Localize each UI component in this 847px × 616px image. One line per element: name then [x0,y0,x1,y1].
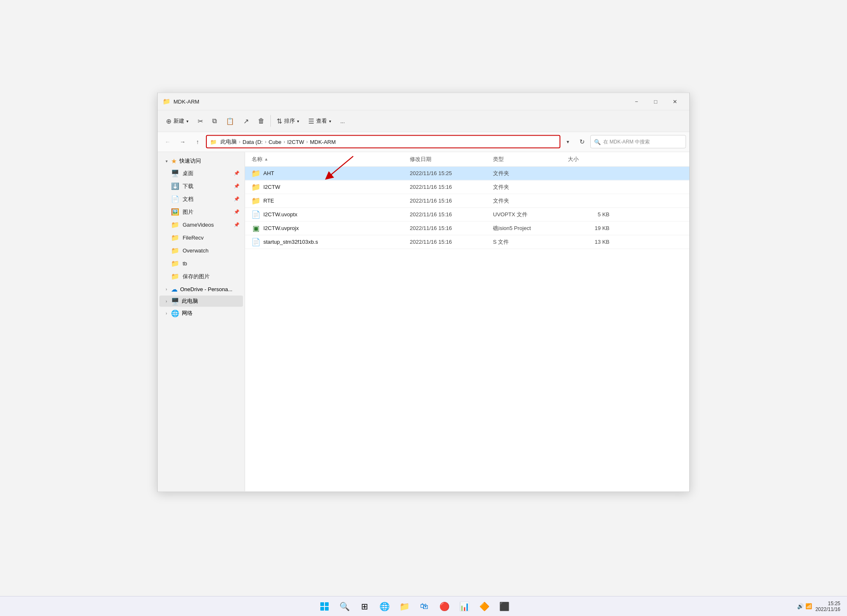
taskbar-sys-icons[interactable]: 🔊 📶 [797,603,812,609]
search-box[interactable]: 🔍 在 MDK-ARM 中搜索 [590,135,686,148]
windows-logo [320,602,329,611]
maximize-button[interactable]: □ [646,95,665,108]
folder-icon-i2ctw: 📁 [252,183,260,191]
file-row-rte[interactable]: 📁 RTE 2022/11/16 15:16 文件夹 [245,194,689,208]
new-button[interactable]: ⊕ 新建 ▾ [162,114,193,129]
sidebar-item-overwatch[interactable]: 📁 Overwatch [159,244,243,257]
desktop-icon: 🖥️ [171,169,179,177]
sidebar-item-pictures[interactable]: 🖼️ 图片 📌 [159,205,243,218]
folder-icon-savedpics: 📁 [171,272,179,280]
file-row-uvoptx[interactable]: 📄 I2CTW.uvoptx 2022/11/16 15:16 UVOPTX 文… [245,208,689,221]
filetype-i2ctw: 文件夹 [493,183,568,190]
taskbar-taskview-button[interactable]: ⊞ [355,598,374,615]
taskbar-search-button[interactable]: 🔍 [335,598,354,615]
sidebar-label-overwatch: Overwatch [183,247,240,254]
sidebar-quickaccess-header[interactable]: ▾ ★ 快速访问 [159,155,243,166]
refresh-button[interactable]: ↻ [575,135,589,148]
sidebar-onedrive-header[interactable]: › ☁ OneDrive - Persona... [159,283,243,294]
folder-icon-rte: 📁 [252,196,260,205]
sort-button[interactable]: ⇅ 排序 ▾ [272,114,303,129]
header-date[interactable]: 修改日期 [410,155,493,163]
header-name[interactable]: 名称 ▲ [252,155,410,163]
file-name-rte: 📁 RTE [252,196,410,205]
sidebar-thispc-label: 此电脑 [182,297,198,305]
taskbar-time: 15:25 2022/11/16 [815,601,840,612]
breadcrumb[interactable]: 📁 此电脑 › Data (D: › Cube › I2CTW › MDK-AR… [206,135,560,148]
filesize-uvprojx: 19 KB [568,225,609,231]
sidebar-thispc-header[interactable]: › 🖥️ 此电脑 [159,295,243,307]
breadcrumb-dropdown-button[interactable]: ▾ [562,135,574,148]
file-list: 名称 ▲ 修改日期 类型 大小 📁 AHT [245,152,689,491]
taskbar-app1-button[interactable]: 🔶 [475,598,493,615]
taskbar-chrome-button[interactable]: 🔴 [435,598,453,615]
view-button[interactable]: ☰ 查看 ▾ [304,114,335,129]
sidebar: ▾ ★ 快速访问 🖥️ 桌面 📌 ⬇️ 下载 📌 � [158,152,245,491]
share-icon: ↗ [243,117,249,125]
delete-button[interactable]: 🗑 [254,114,269,129]
file-row-uvprojx[interactable]: ▣ I2CTW.uvprojx 2022/11/16 15:16 礁ision5… [245,221,689,235]
toolbar-separator [270,115,271,127]
back-button[interactable]: ← [161,135,174,148]
paste-button[interactable]: 📋 [222,114,238,129]
share-button[interactable]: ↗ [239,114,253,129]
file-row-aht[interactable]: 📁 AHT 2022/11/16 15:25 文件夹 [245,166,689,180]
filetype-rte: 文件夹 [493,197,568,204]
breadcrumb-thispc[interactable]: 此电脑 [219,138,238,146]
forward-button[interactable]: → [176,135,189,148]
filesize-uvoptx: 5 KB [568,211,609,218]
file-list-header: 名称 ▲ 修改日期 类型 大小 [245,152,689,166]
sort-icon: ⇅ [277,117,282,125]
header-type[interactable]: 类型 [493,155,568,163]
filedate-uvoptx: 2022/11/16 15:16 [410,211,493,218]
breadcrumb-i2ctw[interactable]: I2CTW [286,139,305,145]
start-button[interactable] [315,598,334,615]
breadcrumb-cube[interactable]: Cube [267,139,282,145]
file-row-i2ctw[interactable]: 📁 I2CTW 2022/11/16 15:16 文件夹 [245,180,689,194]
copy-button[interactable]: ⧉ [208,114,221,129]
star-icon: ★ [171,157,177,165]
sidebar-label-tb: tb [183,260,240,267]
window-controls: − □ ✕ [627,95,684,108]
folder-icon-tb: 📁 [171,259,179,267]
sidebar-network-header[interactable]: › 🌐 网络 [159,307,243,319]
sidebar-item-documents[interactable]: 📄 文档 📌 [159,193,243,205]
cut-button[interactable]: ✂ [193,114,207,129]
header-size[interactable]: 大小 [568,155,609,163]
taskbar-center: 🔍 ⊞ 🌐 📁 🛍 🔴 📊 🔶 ⬛ [32,598,797,615]
sidebar-label-documents: 文档 [183,195,234,203]
file-name-aht: 📁 AHT [252,169,410,177]
up-button[interactable]: ↑ [191,135,204,148]
taskbar-store-button[interactable]: 🛍 [415,598,433,615]
file-name-i2ctw: 📁 I2CTW [252,183,410,191]
filetype-uvprojx: 礁ision5 Project [493,224,568,232]
pin-icon-documents: 📌 [234,196,240,202]
file-row-startup[interactable]: 📄 startup_stm32f103xb.s 2022/11/16 15:16… [245,235,689,249]
more-button[interactable]: ... [336,114,349,129]
sidebar-item-tb[interactable]: 📁 tb [159,257,243,270]
taskbar-excel-button[interactable]: 📊 [455,598,473,615]
taskbar-app2-button[interactable]: ⬛ [495,598,513,615]
sidebar-item-filerecv[interactable]: 📁 FileRecv [159,231,243,244]
filename-startup: startup_stm32f103xb.s [263,239,318,245]
breadcrumb-mdkarm[interactable]: MDK-ARM [309,139,337,145]
sidebar-item-desktop[interactable]: 🖥️ 桌面 📌 [159,167,243,179]
paste-icon: 📋 [226,117,234,125]
close-button[interactable]: ✕ [665,95,684,108]
window-icon: 📁 [163,98,170,105]
breadcrumb-data[interactable]: Data (D: [241,139,264,145]
sidebar-item-gamevideos[interactable]: 📁 GameVideos 📌 [159,218,243,231]
pictures-icon: 🖼️ [171,208,179,216]
copy-icon: ⧉ [212,117,217,125]
minimize-button[interactable]: − [627,95,646,108]
taskbar-explorer-button[interactable]: 📁 [395,598,414,615]
sidebar-item-savedpics[interactable]: 📁 保存的图片 [159,270,243,282]
explorer-window: 📁 MDK-ARM − □ ✕ ⊕ 新建 ▾ ✂ ⧉ 📋 ↗ 🗑 [157,92,690,492]
taskbar-edge-button[interactable]: 🌐 [375,598,394,615]
taskbar-right: 🔊 📶 15:25 2022/11/16 [797,601,840,612]
expand-right-icon-net: › [163,309,170,317]
sidebar-item-download[interactable]: ⬇️ 下载 📌 [159,180,243,192]
cloud-icon: ☁ [171,285,178,293]
view-dropdown-icon: ▾ [329,119,331,123]
sidebar-quickaccess-label: 快速访问 [179,157,201,165]
file-name-uvprojx: ▣ I2CTW.uvprojx [252,224,410,232]
